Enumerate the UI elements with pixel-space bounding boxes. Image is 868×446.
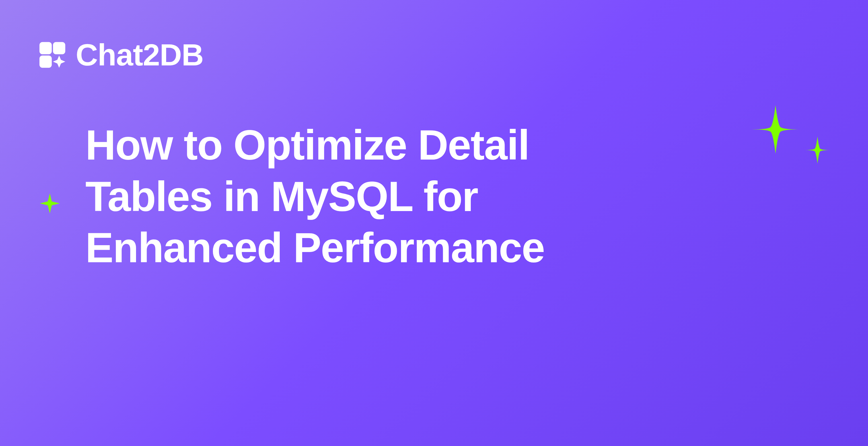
sparkle-icon [804, 136, 831, 164]
brand-name: Chat2DB [76, 37, 204, 72]
brand-logo-mark [37, 39, 68, 70]
svg-rect-1 [53, 42, 65, 54]
sparkle-icon [40, 193, 60, 213]
svg-rect-0 [39, 42, 52, 54]
svg-rect-2 [39, 56, 52, 68]
sparkle-icon [751, 105, 800, 154]
brand-logo: Chat2DB [37, 37, 204, 72]
page-title: How to Optimize Detail Tables in MySQL f… [85, 120, 643, 274]
